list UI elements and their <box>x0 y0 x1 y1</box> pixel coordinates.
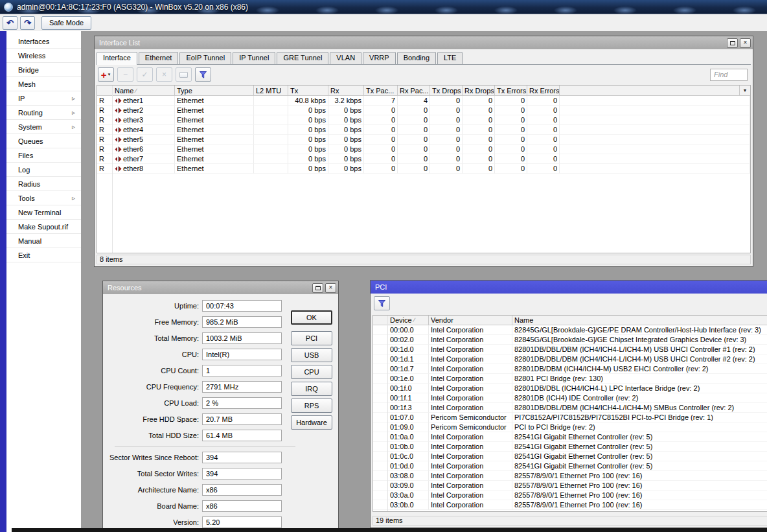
column-header-rx-drops[interactable]: Rx Drops <box>463 86 495 96</box>
interface-row[interactable]: R ether8 Ethernet 0 bps 0 bps 0 <box>97 164 750 174</box>
interface-row[interactable]: R ether3 Ethernet 0 bps 0 bps 0 <box>97 115 750 125</box>
column-header-rx-packet[interactable]: Rx Pac... <box>398 86 430 96</box>
sidebar-item[interactable]: Log ▹ <box>6 163 81 177</box>
pci-filter-button[interactable] <box>374 296 390 310</box>
sidebar-item[interactable]: Make Supout.rif ▹ <box>6 220 81 234</box>
interface-row[interactable]: R ether1 Ethernet 40.8 kbps 3.2 kbps 7 <box>97 96 750 106</box>
tab[interactable]: EoIP Tunnel <box>179 52 231 64</box>
app-titlebar[interactable]: admin@00:1A:8C:17:23:F0 (ASG320) - WinBo… <box>0 0 767 14</box>
resources-button[interactable]: OK <box>291 310 332 325</box>
tab[interactable]: VLAN <box>330 52 361 64</box>
sidebar-item[interactable]: Bridge ▹ <box>6 63 81 77</box>
sidebar-item[interactable]: Queues ▹ <box>6 134 81 148</box>
sidebar-item[interactable]: Files ▹ <box>6 148 81 163</box>
field-value-input[interactable] <box>202 430 282 441</box>
sidebar-item[interactable]: IP ▹ <box>6 91 81 106</box>
sidebar-item[interactable]: Tools ▹ <box>6 191 81 205</box>
pci-row[interactable]: 00:1f.1 Intel Corporation 82801DB (ICH4)… <box>373 393 767 403</box>
tab[interactable]: IP Tunnel <box>233 52 275 64</box>
field-value-input[interactable] <box>202 452 282 463</box>
field-value-input[interactable] <box>202 500 282 512</box>
add-button[interactable]: +▼ <box>98 67 114 82</box>
pci-row[interactable]: 00:1d.1 Intel Corporation 82801DB/DBL/DB… <box>373 354 767 364</box>
field-value-input[interactable] <box>202 516 282 528</box>
column-select-button[interactable]: ▼ <box>739 86 750 96</box>
column-header-type[interactable]: Type <box>175 86 254 96</box>
enable-button[interactable]: ✓ <box>137 67 153 82</box>
field-value-input[interactable] <box>202 484 282 496</box>
resources-button[interactable]: USB <box>291 348 332 362</box>
tab[interactable]: Ethernet <box>139 52 179 64</box>
column-header-l2mtu[interactable]: L2 MTU <box>254 86 288 96</box>
sidebar-item[interactable]: System ▹ <box>6 120 81 134</box>
resources-titlebar[interactable]: Resources × <box>103 281 338 294</box>
pci-row[interactable]: 00:1e.0 Intel Corporation 82801 PCI Brid… <box>373 374 767 384</box>
resources-button[interactable]: CPU <box>291 365 332 379</box>
field-value-input[interactable] <box>202 365 282 376</box>
field-value-input[interactable] <box>202 300 282 312</box>
resources-button[interactable]: IRQ <box>291 382 332 396</box>
field-value-input[interactable] <box>202 349 282 360</box>
tab[interactable]: LTE <box>437 52 463 64</box>
safe-mode-button[interactable]: Safe Mode <box>41 16 91 30</box>
resources-button[interactable]: PCI <box>291 331 332 345</box>
sidebar-item[interactable]: Interfaces ▹ <box>6 34 81 49</box>
pci-row[interactable]: 03:0a.0 Intel Corporation 82557/8/9/0/1 … <box>373 491 767 500</box>
redo-button[interactable]: ↷ <box>20 16 35 30</box>
column-header-tx-packet[interactable]: Tx Pac... <box>364 86 398 96</box>
column-header-tx-errors[interactable]: Tx Errors <box>495 86 527 96</box>
interface-row[interactable]: R ether5 Ethernet 0 bps 0 bps 0 <box>97 135 750 145</box>
sidebar-item[interactable]: Radius ▹ <box>6 177 81 191</box>
maximize-button[interactable] <box>727 38 738 48</box>
pci-row[interactable]: 01:0d.0 Intel Corporation 82541GI Gigabi… <box>373 461 767 471</box>
pci-row[interactable]: 01:07.0 Pericom Semiconductor PI7C8152A/… <box>373 413 767 422</box>
pci-row[interactable]: 01:0b.0 Intel Corporation 82541GI Gigabi… <box>373 442 767 452</box>
undo-button[interactable]: ↶ <box>3 16 17 30</box>
sidebar-item[interactable]: Routing ▹ <box>6 106 81 120</box>
pci-row[interactable]: 01:0a.0 Intel Corporation 82541GI Gigabi… <box>373 432 767 442</box>
sidebar-item[interactable]: Exit ▹ <box>6 248 81 262</box>
pci-row[interactable]: 00:1d.7 Intel Corporation 82801DB/DBM (I… <box>373 364 767 374</box>
field-value-input[interactable] <box>202 413 282 425</box>
field-value-input[interactable] <box>202 397 282 409</box>
interface-row[interactable]: R ether6 Ethernet 0 bps 0 bps 0 <box>97 145 750 154</box>
pci-row[interactable]: 00:1d.0 Intel Corporation 82801DB/DBL/DB… <box>373 345 767 354</box>
column-header-name[interactable]: Name <box>512 316 767 325</box>
pci-row[interactable]: 01:0c.0 Intel Corporation 82541GI Gigabi… <box>373 452 767 461</box>
field-value-input[interactable] <box>202 316 282 328</box>
remove-button[interactable]: − <box>117 67 133 82</box>
column-header-rx[interactable]: Rx <box>328 86 364 96</box>
sidebar-item[interactable]: New Terminal ▹ <box>6 205 81 220</box>
close-button[interactable]: × <box>740 38 751 48</box>
sidebar-item[interactable]: Mesh ▹ <box>6 77 81 91</box>
pci-row[interactable]: 03:09.0 Intel Corporation 82557/8/9/0/1 … <box>373 481 767 491</box>
column-header-flags[interactable] <box>373 316 388 325</box>
find-input[interactable] <box>710 69 748 81</box>
pci-row[interactable]: 00:00.0 Intel Corporation 82845G/GL[Broo… <box>373 325 767 335</box>
tab[interactable]: Interface <box>97 52 137 65</box>
field-value-input[interactable] <box>202 468 282 480</box>
pci-row[interactable]: 00:1f.3 Intel Corporation 82801DB/DBL/DB… <box>373 403 767 413</box>
sidebar-item[interactable]: Wireless ▹ <box>6 49 81 63</box>
tab[interactable]: GRE Tunnel <box>277 52 328 64</box>
pci-row[interactable]: 00:1f.0 Intel Corporation 82801DB/DBL (I… <box>373 384 767 393</box>
column-header-rx-errors[interactable]: Rx Errors <box>527 86 560 96</box>
resources-button[interactable]: RPS <box>291 399 332 413</box>
maximize-button[interactable] <box>312 283 323 293</box>
filter-button[interactable] <box>195 67 211 82</box>
tab[interactable]: VRRP <box>363 52 396 64</box>
field-value-input[interactable] <box>202 381 282 393</box>
tab[interactable]: Bonding <box>397 52 436 64</box>
pci-row[interactable]: 03:08.0 Intel Corporation 82557/8/9/0/1 … <box>373 471 767 481</box>
field-value-input[interactable] <box>202 332 282 344</box>
pci-row[interactable]: 03:0b.0 Intel Corporation 82557/8/9/0/1 … <box>373 500 767 510</box>
interface-list-titlebar[interactable]: Interface List × <box>95 36 753 49</box>
pci-titlebar[interactable]: PCI <box>371 281 767 294</box>
column-header-flags[interactable] <box>97 86 113 96</box>
interface-row[interactable]: R ether4 Ethernet 0 bps 0 bps 0 <box>97 125 750 135</box>
pci-row[interactable]: 01:09.0 Pericom Semiconductor PCI to PCI… <box>373 422 767 432</box>
interface-row[interactable]: R ether2 Ethernet 0 bps 0 bps 0 <box>97 106 750 115</box>
column-header-tx-drops[interactable]: Tx Drops <box>430 86 463 96</box>
pci-row[interactable]: 00:02.0 Intel Corporation 82845G/GL[Broo… <box>373 335 767 345</box>
column-header-tx[interactable]: Tx <box>288 86 328 96</box>
